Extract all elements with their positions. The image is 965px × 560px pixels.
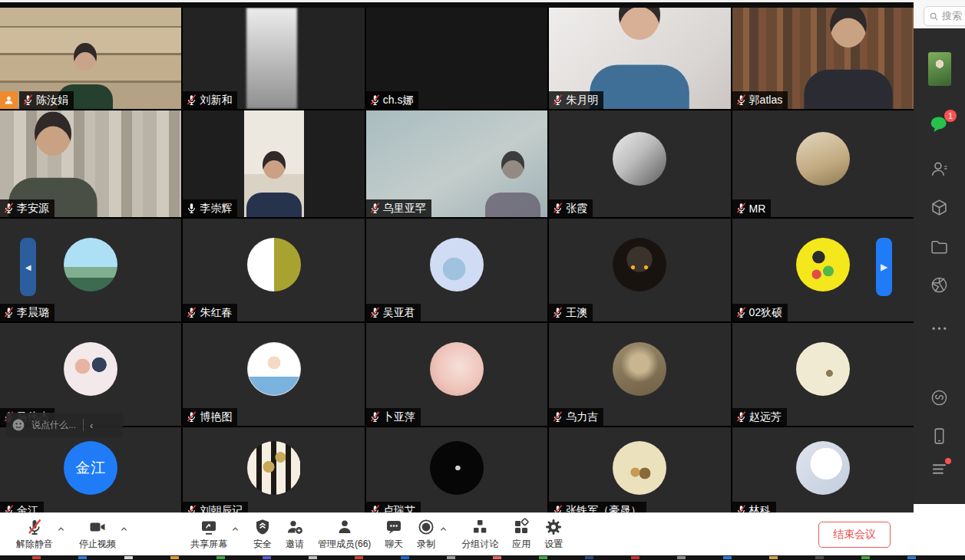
wechat-chat-icon[interactable]: 1 xyxy=(928,114,951,137)
participant-name: 刘朝辰记 xyxy=(200,504,243,513)
toolbar-button-apps[interactable]: 应用 xyxy=(512,518,530,551)
taskbar-app-icon[interactable] xyxy=(447,556,455,559)
name-label: 朱红春 xyxy=(183,304,237,321)
participant-tile[interactable]: 郭atlas xyxy=(732,8,914,109)
taskbar-app-icon[interactable] xyxy=(124,556,133,559)
participant-tile[interactable]: 刘新和 xyxy=(183,8,364,109)
end-meeting-button[interactable]: 结束会议 xyxy=(818,522,891,548)
mic-muted-icon xyxy=(735,202,748,215)
more-icon[interactable] xyxy=(928,321,951,344)
participant-tile[interactable]: 王澳 xyxy=(549,219,730,321)
toolbar-button-participants[interactable]: 管理成员(66) xyxy=(318,518,371,551)
chevron-up-icon[interactable] xyxy=(120,522,128,535)
taskbar-app-icon[interactable] xyxy=(309,556,317,559)
participant-name: MR xyxy=(749,203,766,215)
participant-tile[interactable]: 乌里亚罕 xyxy=(366,110,547,217)
participant-tile[interactable]: 卜亚萍 xyxy=(366,323,547,426)
taskbar-app-icon[interactable] xyxy=(677,556,686,559)
menu-icon[interactable] xyxy=(928,459,951,482)
emoji-icon[interactable] xyxy=(11,417,26,433)
collapse-chat-icon[interactable]: ‹ xyxy=(90,420,93,430)
participant-tile[interactable]: 林科 xyxy=(732,427,914,512)
toolbar-button-shield[interactable]: 安全 xyxy=(253,518,272,551)
participant-tile[interactable]: 赵远芳 xyxy=(732,323,914,426)
chevron-up-icon[interactable] xyxy=(57,522,65,535)
search-input[interactable]: 搜索 xyxy=(924,6,965,26)
taskbar-app-icon[interactable] xyxy=(355,556,363,559)
toolbar-button-chat[interactable]: 聊天 xyxy=(385,518,403,551)
taskbar-app-icon[interactable] xyxy=(401,556,409,559)
taskbar-app-icon[interactable] xyxy=(585,556,593,559)
phone-icon[interactable] xyxy=(928,424,951,447)
mic-muted-icon xyxy=(551,504,564,512)
notification-dot xyxy=(945,458,951,464)
taskbar-app-icon[interactable] xyxy=(493,556,501,559)
participant-name: 朱红春 xyxy=(200,306,232,320)
name-label: 赵远芳 xyxy=(732,408,787,426)
search-placeholder: 搜索 xyxy=(942,9,962,23)
wechat-avatar[interactable] xyxy=(928,58,951,81)
participant-tile[interactable]: 朱月明 xyxy=(549,8,730,109)
toolbar-button-settings[interactable]: 设置 xyxy=(544,518,563,551)
mic-muted-icon xyxy=(368,410,382,423)
toolbar-button-mic-muted[interactable]: 解除静音 xyxy=(16,518,53,551)
name-label: 郭atlas xyxy=(732,91,788,109)
participant-tile[interactable]: 陈汝娟 xyxy=(0,8,181,109)
participant-tile[interactable]: ch.s娜 xyxy=(366,8,547,109)
meeting-top-bar xyxy=(0,0,914,8)
collections-icon[interactable] xyxy=(928,196,951,219)
taskbar-app-icon[interactable] xyxy=(723,556,732,559)
toolbar-button-breakout[interactable]: 分组讨论 xyxy=(461,518,498,551)
participant-tile[interactable]: MR xyxy=(732,110,914,217)
participant-tile[interactable]: 金江 金江 xyxy=(0,427,181,512)
taskbar-app-icon[interactable] xyxy=(815,556,824,559)
chat-input-bar[interactable]: 说点什么... ‹ xyxy=(6,413,123,437)
toolbar-button-invite[interactable]: 邀请 xyxy=(286,518,304,551)
taskbar-app-icon[interactable] xyxy=(861,556,870,559)
taskbar-app-icon[interactable] xyxy=(539,556,547,559)
participant-tile[interactable]: 李安源 xyxy=(0,110,181,217)
mic-muted-icon xyxy=(2,504,15,512)
taskbar-app-icon[interactable] xyxy=(170,556,179,559)
next-page-button[interactable]: ▶ xyxy=(876,238,892,296)
toolbar-button-share-screen[interactable]: 共享屏幕 xyxy=(190,518,227,551)
mic-muted-icon xyxy=(2,306,15,319)
name-label: 乌里亚罕 xyxy=(366,199,431,217)
mic-muted-icon xyxy=(185,306,198,319)
prev-page-button[interactable]: ◀ xyxy=(20,238,36,296)
participant-tile[interactable]: 张铁军（豪晟） xyxy=(549,427,730,512)
toolbar-button-camera[interactable]: 停止视频 xyxy=(79,518,116,551)
windows-taskbar[interactable] xyxy=(0,555,965,560)
mic-muted-icon xyxy=(551,306,564,319)
taskbar-app-icon[interactable] xyxy=(216,556,225,559)
mic-muted-icon xyxy=(185,410,198,423)
desktop-screen: 陈汝娟 刘新和 ch.s娜 朱月明 郭atlas 李安源 李崇辉 乌里亚罕 xyxy=(0,0,965,560)
participant-tile[interactable]: 张霞 xyxy=(549,110,730,217)
participant-tile[interactable]: 卢瑞艾 xyxy=(366,427,547,512)
taskbar-app-icon[interactable] xyxy=(631,556,639,559)
video-grid: 陈汝娟 刘新和 ch.s娜 朱月明 郭atlas 李安源 李崇辉 乌里亚罕 xyxy=(0,8,914,512)
chevron-up-icon[interactable] xyxy=(231,522,240,535)
participant-tile[interactable]: 博艳图 xyxy=(183,323,364,426)
toolbar-button-record[interactable]: 录制 xyxy=(417,518,435,551)
chat-input-placeholder[interactable]: 说点什么... xyxy=(31,419,76,432)
participant-tile[interactable]: 乌力吉 xyxy=(549,323,730,426)
chevron-up-icon[interactable] xyxy=(439,522,448,535)
taskbar-app-icon[interactable] xyxy=(263,556,271,559)
participant-tile[interactable]: 刘朝辰记 xyxy=(183,427,364,512)
miniprogram-icon[interactable] xyxy=(928,386,951,409)
camera-icon xyxy=(88,518,107,536)
taskbar-app-icon[interactable] xyxy=(78,556,87,559)
moments-icon[interactable] xyxy=(928,273,951,296)
taskbar-app-icon[interactable] xyxy=(32,556,41,559)
files-icon[interactable] xyxy=(928,236,951,259)
participant-tile[interactable]: 朱红春 xyxy=(183,219,364,321)
contacts-icon[interactable] xyxy=(928,157,951,180)
taskbar-app-icon[interactable] xyxy=(769,556,778,559)
toolbar-label: 安全 xyxy=(253,538,272,551)
participant-tile[interactable]: 吴亚君 xyxy=(366,219,547,321)
taskbar-app-icon[interactable] xyxy=(907,556,916,559)
mic-muted-icon xyxy=(735,94,748,107)
participant-tile[interactable]: 李崇辉 xyxy=(183,110,364,217)
participant-tile[interactable]: 马伟杰 xyxy=(0,323,181,426)
